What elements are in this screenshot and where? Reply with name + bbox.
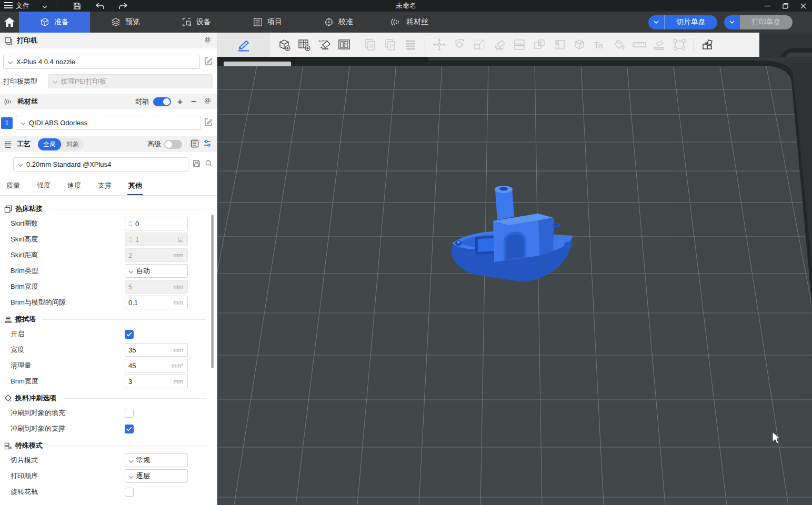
filament-preset-select[interactable]: QIDI ABS Odorless bbox=[16, 116, 201, 130]
printer-edit-icon[interactable] bbox=[204, 57, 213, 67]
search-preset-icon[interactable] bbox=[205, 159, 213, 169]
move-tool[interactable] bbox=[429, 33, 449, 57]
text-tool[interactable]: Ta bbox=[589, 33, 609, 57]
skirt-loops-field[interactable]: 0 bbox=[125, 217, 188, 230]
redo-icon[interactable] bbox=[116, 1, 130, 11]
boolean-tool[interactable] bbox=[529, 33, 549, 57]
spinner-arrows-icon[interactable] bbox=[128, 237, 133, 243]
viewport-3d[interactable] bbox=[217, 57, 812, 505]
measure-tool[interactable] bbox=[629, 33, 649, 57]
setting-label: 旋转花瓶 bbox=[11, 487, 125, 497]
wipe-tower-width-field[interactable]: 35mm bbox=[125, 343, 188, 357]
printer-preset-select[interactable]: X-Plus 4 0.4 nozzle bbox=[3, 55, 200, 69]
wipe-tower-brim-width-field[interactable]: 3mm bbox=[125, 375, 188, 388]
remove-filament-button[interactable]: − bbox=[189, 97, 198, 106]
close-button[interactable] bbox=[794, 0, 812, 12]
save-preset-icon[interactable] bbox=[193, 159, 201, 169]
file-menu[interactable]: 文件 bbox=[16, 1, 29, 11]
scale-tool[interactable] bbox=[469, 33, 489, 57]
print-dropdown-chevron-icon[interactable] bbox=[724, 15, 740, 29]
scope-object[interactable]: 对象 bbox=[61, 138, 84, 150]
scope-global[interactable]: 全局 bbox=[38, 138, 61, 150]
purge-volume-field[interactable]: 45mm³ bbox=[125, 359, 188, 372]
tab-speed[interactable]: 速度 bbox=[66, 179, 82, 195]
filament-settings-gear-icon[interactable] bbox=[204, 97, 212, 106]
paint-tool[interactable] bbox=[609, 33, 629, 57]
tab-calibration[interactable]: 校准 bbox=[303, 12, 374, 33]
print-plate-button[interactable]: 打印单盘 bbox=[724, 15, 793, 29]
slice-dropdown-chevron-icon[interactable] bbox=[648, 15, 664, 29]
undo-icon[interactable] bbox=[93, 1, 107, 11]
tab-support[interactable]: 支撑 bbox=[97, 179, 113, 195]
filament-slot-badge[interactable]: 1 bbox=[1, 117, 13, 129]
plate-type-select[interactable]: 纹理PEI打印板 bbox=[48, 74, 213, 88]
setting-label: 冲刷到对象的支撑 bbox=[11, 424, 125, 433]
spinner-arrows-icon[interactable] bbox=[128, 221, 133, 227]
select-frame-tool[interactable] bbox=[669, 33, 689, 57]
titlebar-divider bbox=[57, 2, 57, 9]
support-paint-tool[interactable] bbox=[649, 33, 669, 57]
filament-icon bbox=[4, 98, 13, 106]
copy-button[interactable]: 0 bbox=[360, 33, 380, 57]
wipe-tower-enable-checkbox[interactable] bbox=[125, 330, 134, 339]
brim-width-field[interactable]: 5mm bbox=[125, 280, 188, 294]
split-tool[interactable] bbox=[509, 33, 529, 57]
device-icon bbox=[182, 17, 192, 27]
flush-into-support-checkbox[interactable] bbox=[125, 425, 134, 433]
pen-icon bbox=[236, 38, 252, 52]
save-icon[interactable] bbox=[70, 1, 84, 11]
print-order-select[interactable]: 逐层 bbox=[125, 469, 188, 483]
file-menu-chevron-icon[interactable] bbox=[42, 2, 47, 10]
tab-filament[interactable]: 耗材丝 bbox=[374, 12, 445, 33]
seam-tool[interactable] bbox=[569, 33, 589, 57]
settings-scrollbar[interactable] bbox=[211, 215, 214, 368]
tab-prepare[interactable]: 准备 bbox=[19, 12, 90, 33]
home-button[interactable] bbox=[0, 12, 19, 33]
parameter-tune-icon[interactable] bbox=[203, 139, 212, 149]
process-icon bbox=[4, 140, 13, 148]
maximize-button[interactable] bbox=[776, 0, 794, 12]
toolbar-right-gap bbox=[759, 33, 812, 57]
hamburger-menu-icon[interactable] bbox=[4, 2, 13, 10]
fill-gap-tool[interactable] bbox=[549, 33, 569, 57]
benchy-model[interactable] bbox=[445, 182, 576, 287]
setting-label: Skirt圈数 bbox=[11, 219, 125, 228]
tab-strength[interactable]: 强度 bbox=[36, 179, 52, 195]
tab-project[interactable]: 项目 bbox=[232, 12, 303, 33]
skirt-height-field[interactable]: 1层 bbox=[125, 233, 188, 246]
filament-edit-icon[interactable] bbox=[204, 118, 213, 128]
edit-pen-tool[interactable] bbox=[217, 33, 270, 57]
spiral-vase-checkbox[interactable] bbox=[125, 488, 134, 497]
tab-quality[interactable]: 质量 bbox=[5, 179, 21, 195]
plate-name-tab[interactable] bbox=[224, 62, 291, 66]
tab-device[interactable]: 设备 bbox=[161, 12, 232, 33]
main-nav-bar: 准备 预览 设备 项目 校准 耗材丝 切片单盘 打印单盘 bbox=[0, 12, 812, 33]
slice-mode-select[interactable]: 常规 bbox=[125, 453, 188, 467]
rotate-tool[interactable] bbox=[449, 33, 469, 57]
printer-settings-gear-icon[interactable] bbox=[204, 36, 212, 45]
add-filament-button[interactable]: + bbox=[175, 97, 185, 106]
flush-into-infill-checkbox[interactable] bbox=[125, 409, 134, 418]
brim-object-gap-field[interactable]: 0.1mm bbox=[125, 296, 188, 309]
slice-plate-button[interactable]: 切片单盘 bbox=[648, 15, 717, 29]
advanced-toggle[interactable] bbox=[164, 140, 182, 149]
tab-preview[interactable]: 预览 bbox=[90, 12, 161, 33]
scope-switch[interactable]: 全局 对象 bbox=[38, 138, 84, 150]
brim-type-select[interactable]: 自动 bbox=[125, 264, 188, 278]
minimize-button[interactable] bbox=[758, 0, 776, 12]
parameter-list-icon[interactable] bbox=[191, 139, 199, 149]
auto-arrange-button[interactable]: AUTO bbox=[314, 33, 334, 57]
arrange-layout-button[interactable] bbox=[334, 33, 354, 57]
process-preset-select[interactable]: 0.20mm Standard @XPlus4 bbox=[13, 157, 188, 171]
add-plate-button[interactable] bbox=[294, 33, 314, 57]
lay-on-face-tool[interactable] bbox=[489, 33, 509, 57]
bed-adhesion-icon bbox=[4, 205, 12, 213]
add-object-button[interactable] bbox=[274, 33, 294, 57]
assembly-view-button[interactable] bbox=[698, 33, 718, 57]
paste-button[interactable]: P bbox=[380, 33, 400, 57]
skirt-distance-field[interactable]: 2mm bbox=[125, 248, 188, 262]
wipe-tower-icon bbox=[4, 316, 12, 324]
layers-view-button[interactable] bbox=[400, 33, 420, 57]
box-toggle[interactable] bbox=[153, 97, 171, 106]
tab-others[interactable]: 其他 bbox=[127, 179, 143, 195]
